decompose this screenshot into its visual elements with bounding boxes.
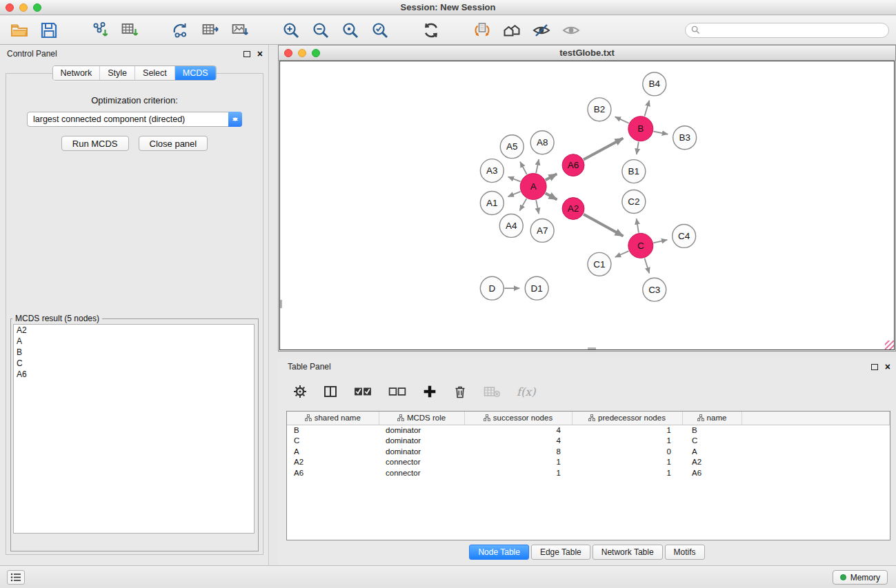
search-box[interactable] [685, 23, 889, 38]
graph-edge-B-B3[interactable] [653, 132, 668, 134]
column-header-predecessor-nodes[interactable]: predecessor nodes [572, 412, 682, 425]
table-settings-button[interactable] [293, 385, 307, 398]
graph-edge-A2-C[interactable] [584, 214, 624, 236]
graph-edge-B-B1[interactable] [637, 142, 639, 154]
mcds-result-item[interactable]: B [14, 347, 254, 358]
select-all-columns-button[interactable] [354, 385, 372, 398]
save-session-button[interactable] [39, 21, 59, 40]
export-image-button[interactable] [230, 21, 250, 40]
resize-grip[interactable] [885, 341, 894, 349]
mcds-result-item[interactable]: C [14, 358, 254, 369]
column-header-name[interactable]: name [682, 412, 741, 425]
tab-network-table[interactable]: Network Table [593, 545, 663, 560]
graph-node-B2[interactable]: B2 [588, 98, 611, 121]
run-mcds-button[interactable]: Run MCDS [61, 136, 129, 151]
close-table-panel-icon[interactable]: × [885, 363, 890, 371]
network-graph[interactable]: B4B2BB3A8A5A6A3B1AC2A1A2A4A7C4CC1C3DD1 [280, 61, 894, 349]
graph-edge-A-A7[interactable] [536, 200, 539, 214]
graph-edge-A-A3[interactable] [508, 176, 521, 181]
graph-edge-A6-B[interactable] [584, 139, 623, 160]
mcds-result-item[interactable]: A2 [14, 325, 254, 336]
close-panel-icon[interactable]: × [257, 50, 263, 58]
graph-node-B3[interactable]: B3 [673, 126, 697, 150]
show-columns-button[interactable] [323, 385, 337, 398]
import-network-button[interactable] [90, 21, 110, 40]
optimization-criterion-dropdown[interactable]: largest connected component (directed) [27, 112, 242, 127]
task-history-button[interactable] [7, 570, 25, 585]
zoom-out-button[interactable] [311, 21, 330, 40]
function-builder-button[interactable]: f(x) [517, 385, 535, 398]
export-network-button[interactable] [171, 21, 190, 40]
table-row[interactable]: A2connector11A2 [287, 457, 890, 468]
graph-node-D1[interactable]: D1 [525, 276, 548, 300]
graph-node-C2[interactable]: C2 [622, 190, 646, 214]
column-header-mcds-role[interactable]: MCDS role [379, 412, 464, 425]
graph-node-A2[interactable]: A2 [562, 198, 584, 220]
tab-motifs[interactable]: Motifs [665, 545, 705, 560]
table-row[interactable]: Cdominator41C [287, 436, 890, 447]
graph-node-A7[interactable]: A7 [530, 219, 554, 242]
network-window-titlebar[interactable]: testGlobe.txt [279, 45, 895, 61]
tab-network[interactable]: Network [52, 66, 99, 80]
graph-edge-A-A6[interactable] [546, 174, 557, 180]
graphics-details-button[interactable] [532, 21, 551, 40]
zoom-in-button[interactable] [281, 21, 301, 40]
vertical-splitter[interactable] [270, 45, 278, 565]
graph-node-A3[interactable]: A3 [480, 159, 504, 183]
graph-node-D[interactable]: D [480, 276, 504, 300]
node-table-container[interactable]: shared name MCDS role successor nodes pr… [286, 411, 890, 540]
graph-node-A8[interactable]: A8 [530, 131, 554, 154]
graph-edge-A-A2[interactable] [546, 193, 557, 199]
table-row[interactable]: Bdominator41B [287, 425, 890, 436]
unselect-all-columns-button[interactable] [388, 385, 406, 398]
vertical-scroll-indicator[interactable] [280, 300, 282, 308]
delete-column-button[interactable] [453, 385, 467, 398]
horizontal-splitter[interactable] [278, 352, 896, 358]
apply-layout-button[interactable] [421, 21, 441, 40]
dropdown-stepper-icon[interactable] [228, 112, 242, 127]
tab-edge-table[interactable]: Edge Table [531, 545, 590, 560]
graph-edge-C-C4[interactable] [653, 240, 667, 243]
graph-edge-B-B2[interactable] [615, 116, 629, 123]
float-panel-button[interactable] [243, 48, 250, 60]
mcds-result-list[interactable]: A2ABCA6 [13, 324, 255, 534]
float-table-panel-button[interactable] [871, 361, 878, 373]
tab-style[interactable]: Style [99, 66, 135, 80]
graph-edge-C-C2[interactable] [637, 219, 639, 232]
mcds-result-item[interactable]: A [14, 336, 254, 347]
graph-node-A5[interactable]: A5 [500, 135, 524, 159]
memory-button[interactable]: Memory [833, 570, 888, 585]
column-header-shared-name[interactable]: shared name [287, 412, 379, 425]
graph-edge-A-A5[interactable] [520, 162, 527, 174]
open-session-button[interactable] [10, 21, 29, 40]
zoom-fit-button[interactable] [341, 21, 360, 40]
graph-edge-C-C1[interactable] [615, 251, 629, 257]
delete-table-button[interactable] [484, 385, 500, 398]
graph-node-C4[interactable]: C4 [673, 224, 696, 247]
mcds-result-item[interactable]: A6 [14, 369, 254, 380]
graph-node-C1[interactable]: C1 [588, 252, 611, 276]
import-table-button[interactable] [120, 21, 139, 40]
graph-edge-C-C3[interactable] [645, 258, 650, 273]
graph-node-A[interactable]: A [520, 174, 546, 200]
close-panel-button[interactable]: Close panel [139, 136, 208, 151]
graph-node-A1[interactable]: A1 [480, 192, 504, 215]
graph-node-C3[interactable]: C3 [643, 278, 666, 301]
first-neighbors-button[interactable] [472, 21, 492, 40]
graph-node-B1[interactable]: B1 [622, 160, 646, 183]
network-canvas[interactable]: B4B2BB3A8A5A6A3B1AC2A1A2A4A7C4CC1C3DD1 [279, 61, 895, 350]
create-column-button[interactable] [423, 385, 437, 398]
column-header-successor-nodes[interactable]: successor nodes [464, 412, 572, 425]
graph-edge-B-B4[interactable] [644, 101, 649, 116]
graph-node-C[interactable]: C [628, 233, 653, 258]
graph-edge-A-A1[interactable] [508, 192, 520, 196]
show-hide-button[interactable] [561, 21, 581, 40]
horizontal-scroll-indicator[interactable] [588, 347, 596, 349]
table-row[interactable]: A6connector11A6 [287, 468, 890, 479]
network-overview-button[interactable] [502, 21, 521, 40]
zoom-selected-button[interactable] [370, 21, 390, 40]
graph-node-A6[interactable]: A6 [562, 154, 584, 176]
graph-node-B[interactable]: B [628, 116, 653, 141]
export-table-button[interactable] [201, 21, 220, 40]
table-row[interactable]: Adominator80A [287, 447, 890, 458]
